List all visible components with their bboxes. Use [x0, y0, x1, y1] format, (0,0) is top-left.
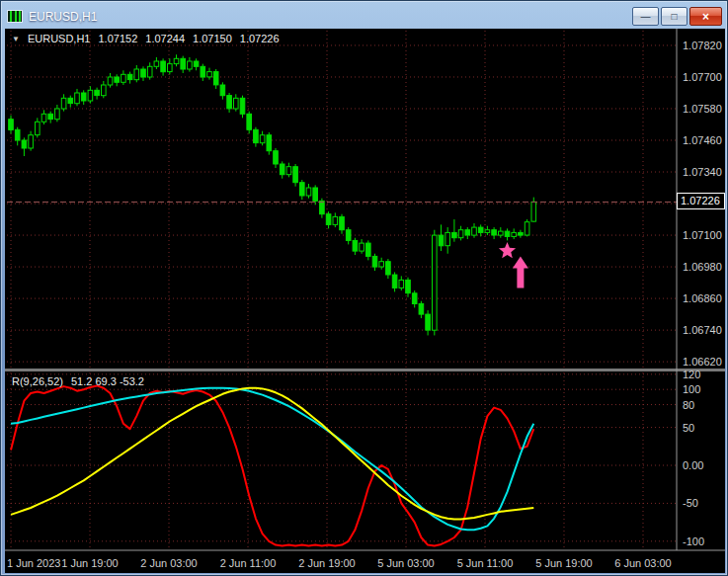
candle-body — [465, 230, 470, 235]
star-icon[interactable] — [499, 242, 516, 258]
chart-canvas[interactable]: 1.078201.077001.075801.074601.073401.071… — [5, 29, 725, 573]
main-pane — [7, 45, 677, 362]
candle-body — [181, 58, 186, 69]
candle-body — [174, 58, 179, 63]
candle-body — [458, 230, 463, 238]
price-axis-label: 1.07100 — [683, 229, 722, 241]
indicator-axis-label: 120 — [683, 369, 700, 380]
candle-body — [274, 151, 279, 164]
candle-body — [29, 135, 34, 148]
candle-body — [22, 140, 27, 148]
buy-arrow-icon[interactable] — [513, 256, 528, 288]
time-axis-label: 2 Jun 11:00 — [220, 557, 277, 569]
symbol-period-label: EURUSD,H1 — [28, 33, 91, 44]
indicator-values-label: 51.2 69.3 -53.2 — [71, 375, 144, 387]
candle-body — [55, 109, 60, 120]
window-title: EURUSD,H1 — [29, 10, 97, 24]
candle-body — [333, 216, 338, 224]
window-controls: — □ × — [632, 7, 723, 26]
candle-body — [127, 74, 132, 79]
candle-body — [366, 243, 371, 256]
candle-body — [102, 85, 107, 96]
ohlc-header: ▼ EURUSD,H1 1.07152 1.07244 1.07150 1.07… — [12, 33, 280, 44]
candle-body — [161, 61, 166, 72]
close-button[interactable]: × — [689, 7, 722, 26]
price-axis-label: 1.07580 — [683, 103, 722, 115]
pane-divider — [5, 369, 725, 371]
candle-body — [48, 114, 53, 119]
candle-body — [531, 202, 536, 221]
candle-body — [505, 231, 510, 236]
time-axis-label: 2 Jun 03:00 — [140, 557, 198, 569]
candle-body — [207, 72, 212, 77]
candle-body — [306, 188, 311, 196]
candle-body — [426, 314, 431, 330]
candle-body — [492, 230, 497, 235]
candle-body — [419, 303, 424, 314]
indicator-name-label[interactable]: R(9,26,52) — [12, 375, 63, 387]
candle-body — [213, 72, 218, 85]
time-axis-label: 5 Jun 19:00 — [535, 557, 593, 569]
maximize-button[interactable]: □ — [661, 7, 688, 26]
indicator-axis-label: -100 — [683, 535, 704, 547]
price-axis-label: 1.07700 — [683, 71, 722, 83]
chart-window: EURUSD,H1 — □ × 1.078201.077001.075801.0… — [0, 0, 728, 576]
indicator-axis[interactable]: 12010080500.00-50-100 — [683, 369, 704, 547]
price-axis[interactable]: 1.078201.077001.075801.074601.073401.071… — [677, 29, 722, 550]
candle-body — [188, 61, 193, 69]
candle-body — [95, 90, 100, 95]
price-axis-label: 1.07340 — [683, 166, 722, 178]
candle-body — [168, 64, 173, 72]
candle-body — [61, 98, 66, 109]
candle-body — [9, 120, 14, 130]
time-axis-label: 1 Jun 19:00 — [61, 557, 119, 569]
candle-body — [254, 129, 259, 142]
price-axis-label: 1.06740 — [683, 324, 722, 336]
candle-body — [154, 61, 159, 66]
candle-body — [326, 214, 331, 225]
candle-body — [452, 232, 457, 237]
app-icon — [7, 10, 23, 23]
time-axis[interactable]: 1 Jun 20231 Jun 19:002 Jun 03:002 Jun 11… — [5, 550, 725, 569]
candle-body — [300, 183, 305, 196]
candle-body — [340, 216, 345, 229]
candles — [9, 54, 536, 335]
candle-body — [147, 66, 152, 77]
minimize-button[interactable]: — — [632, 7, 659, 26]
candle-body — [478, 227, 483, 232]
candle-body — [320, 201, 325, 213]
candle-body — [201, 66, 205, 77]
candle-body — [512, 232, 517, 236]
candle-body — [439, 235, 444, 246]
candle-body — [372, 256, 377, 267]
candle-body — [406, 280, 411, 292]
candle-body — [360, 243, 364, 251]
candle-body — [220, 85, 225, 96]
indicator-axis-label: -50 — [683, 497, 698, 509]
window-titlebar[interactable]: EURUSD,H1 — □ × — [5, 4, 723, 29]
candle-body — [379, 262, 384, 267]
indicator-axis-label: 0.00 — [683, 459, 703, 471]
candle-body — [141, 69, 146, 77]
time-axis-label: 1 Jun 2023 — [7, 557, 60, 569]
time-axis-label: 6 Jun 03:00 — [614, 557, 672, 569]
price-axis-label: 1.06980 — [683, 261, 722, 273]
candle-body — [313, 188, 318, 201]
candle-body — [227, 96, 232, 109]
pane-divider-bar — [5, 369, 725, 371]
candle-body — [386, 262, 391, 275]
indicator-yellow-line — [11, 388, 533, 520]
chevron-down-icon[interactable]: ▼ — [12, 35, 20, 43]
candle-body — [36, 122, 40, 134]
candle-body — [346, 230, 351, 241]
ohlc-open: 1.07152 — [99, 33, 138, 44]
indicator-pane — [7, 374, 677, 546]
candle-body — [499, 231, 504, 235]
indicator-axis-label: 80 — [683, 399, 694, 411]
trade-marker[interactable] — [499, 242, 528, 288]
candle-body — [68, 98, 73, 103]
candle-body — [392, 275, 397, 288]
ohlc-close: 1.07226 — [240, 33, 280, 44]
candle-body — [293, 167, 298, 183]
close-icon: × — [702, 11, 709, 23]
